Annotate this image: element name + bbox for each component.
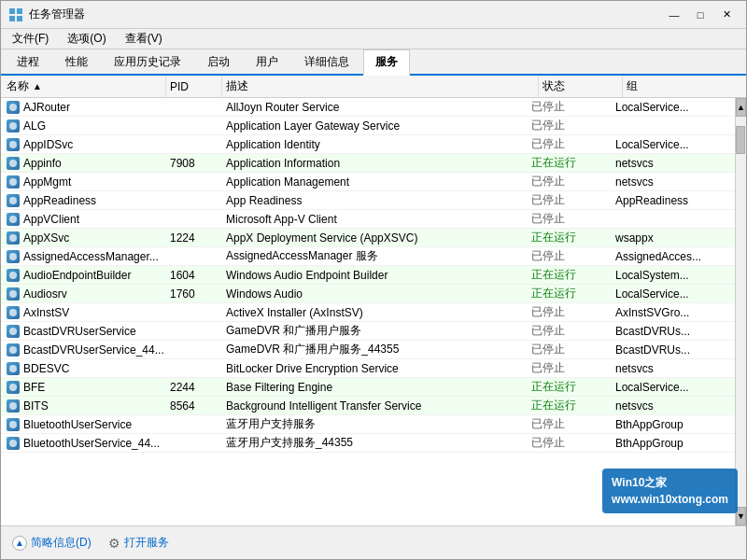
service-icon [7, 269, 20, 282]
table-row[interactable]: ALGApplication Layer Gateway Service已停止 [1, 117, 735, 135]
svg-rect-3 [17, 16, 22, 21]
table-row[interactable]: Audiosrv1760Windows Audio正在运行LocalServic… [1, 285, 735, 303]
window-title: 任务管理器 [29, 7, 85, 22]
table-row[interactable]: AppIDSvcApplication Identity已停止LocalServ… [1, 135, 735, 154]
table-row[interactable]: AppMgmtApplication Management已停止netsvcs [1, 173, 735, 191]
title-bar-left: 任务管理器 [8, 7, 85, 22]
cell-group: LocalSystem... [612, 269, 733, 282]
cell-status: 已停止 [528, 174, 612, 189]
scroll-thumb[interactable] [736, 126, 745, 154]
cell-description: BitLocker Drive Encryption Service [222, 362, 528, 375]
expand-label: 简略信息(D) [31, 535, 92, 551]
cell-group: LocalService... [612, 138, 733, 151]
menu-file[interactable]: 文件(F) [5, 29, 56, 49]
cell-service-name: BFE [3, 381, 166, 394]
services-table-body[interactable]: AJRouterAllJoyn Router Service已停止LocalSe… [1, 98, 735, 525]
cell-status: 已停止 [528, 342, 612, 357]
cell-description: AppX Deployment Service (AppXSVC) [222, 231, 528, 245]
tab-users[interactable]: 用户 [244, 49, 290, 74]
cell-group: AssignedAcces... [612, 250, 733, 263]
cell-service-name: AppIDSvc [3, 138, 166, 151]
table-row[interactable]: BluetoothUserService_44...蓝牙用户支持服务_44355… [1, 434, 735, 453]
cell-status: 已停止 [528, 248, 612, 264]
scroll-up-button[interactable]: ▲ [736, 98, 746, 117]
watermark: Win10之家 www.win10xtong.com [602, 469, 738, 513]
cell-description: Microsoft App-V Client [222, 213, 528, 226]
tab-bar: 进程 性能 应用历史记录 启动 用户 详细信息 服务 [1, 49, 746, 76]
cell-group: wsappx [612, 231, 733, 245]
table-header: 名称 ▲ PID 描述 状态 组 [1, 76, 746, 98]
service-icon [7, 399, 20, 413]
table-row[interactable]: AppVClientMicrosoft App-V Client已停止 [1, 210, 735, 229]
menu-options[interactable]: 选项(O) [60, 29, 113, 49]
cell-status: 正在运行 [528, 155, 612, 171]
table-row[interactable]: BluetoothUserService蓝牙用户支持服务已停止BthAppGro… [1, 415, 735, 434]
cell-service-name: AppMgmt [3, 175, 166, 189]
watermark-line2: www.win10xtong.com [612, 491, 728, 508]
col-status[interactable]: 状态 [539, 76, 623, 97]
cell-status: 已停止 [528, 118, 612, 133]
table-row[interactable]: BDESVCBitLocker Drive Encryption Service… [1, 359, 735, 378]
cell-service-name: Appinfo [3, 157, 166, 170]
tab-app-history[interactable]: 应用历史记录 [102, 49, 193, 74]
service-icon [7, 138, 20, 151]
cell-status: 已停止 [528, 211, 612, 227]
cell-group: netsvcs [612, 399, 733, 413]
cell-status: 已停止 [528, 304, 612, 320]
expand-icon: ▲ [12, 536, 27, 551]
cell-service-name: Audiosrv [3, 287, 166, 301]
col-group[interactable]: 组 [623, 76, 744, 97]
table-row[interactable]: Appinfo7908Application Information正在运行ne… [1, 154, 735, 173]
open-services-button[interactable]: ⚙ 打开服务 [108, 535, 169, 551]
cell-status: 已停止 [528, 99, 612, 115]
cell-group: BcastDVRUs... [612, 325, 733, 338]
table-row[interactable]: BcastDVRUserService_44...GameDVR 和广播用户服务… [1, 341, 735, 359]
cell-service-name: BDESVC [3, 362, 166, 375]
col-pid[interactable]: PID [166, 76, 222, 97]
table-row[interactable]: BITS8564Background Intelligent Transfer … [1, 397, 735, 415]
cell-description: Application Layer Gateway Service [222, 119, 528, 133]
close-button[interactable]: ✕ [714, 6, 739, 24]
col-name[interactable]: 名称 ▲ [3, 76, 166, 97]
svg-rect-0 [9, 8, 15, 14]
cell-description: Application Management [222, 175, 528, 189]
cell-description: Background Intelligent Transfer Service [222, 399, 528, 413]
table-row[interactable]: AppXSvc1224AppX Deployment Service (AppX… [1, 229, 735, 247]
cell-service-name: AxInstSV [3, 306, 166, 319]
tab-processes[interactable]: 进程 [5, 49, 51, 74]
scrollbar[interactable]: ▲ ▼ [735, 98, 746, 525]
table-row[interactable]: AxInstSVActiveX Installer (AxInstSV)已停止A… [1, 303, 735, 322]
menu-bar: 文件(F) 选项(O) 查看(V) [1, 29, 746, 49]
cell-pid: 2244 [166, 381, 222, 394]
cell-service-name: AppVClient [3, 213, 166, 226]
svg-rect-1 [17, 8, 22, 14]
tab-startup[interactable]: 启动 [195, 49, 242, 74]
cell-status: 正在运行 [528, 379, 612, 395]
minimize-button[interactable]: — [662, 6, 686, 24]
table-row[interactable]: AppReadinessApp Readiness已停止AppReadiness [1, 191, 735, 210]
table-row[interactable]: AudioEndpointBuilder1604Windows Audio En… [1, 266, 735, 285]
tab-services[interactable]: 服务 [363, 49, 410, 76]
tab-details[interactable]: 详细信息 [292, 49, 361, 74]
tab-performance[interactable]: 性能 [53, 49, 100, 74]
table-row[interactable]: AJRouterAllJoyn Router Service已停止LocalSe… [1, 98, 735, 117]
table-row[interactable]: BFE2244Base Filtering Engine正在运行LocalSer… [1, 378, 735, 397]
col-desc[interactable]: 描述 [222, 76, 539, 97]
service-icon [7, 194, 20, 207]
cell-status: 已停止 [528, 416, 612, 432]
expand-button[interactable]: ▲ 简略信息(D) [12, 535, 92, 551]
table-wrapper: AJRouterAllJoyn Router Service已停止LocalSe… [1, 98, 746, 525]
service-icon [7, 157, 20, 170]
maximize-button[interactable]: □ [688, 6, 712, 24]
service-icon [7, 325, 20, 338]
menu-view[interactable]: 查看(V) [118, 29, 170, 49]
cell-description: AssignedAccessManager 服务 [222, 248, 528, 264]
cell-description: Application Identity [222, 138, 528, 151]
table-row[interactable]: AssignedAccessManager...AssignedAccessMa… [1, 247, 735, 266]
svg-rect-2 [9, 16, 15, 21]
title-bar: 任务管理器 — □ ✕ [1, 1, 746, 29]
cell-description: ActiveX Installer (AxInstSV) [222, 306, 528, 319]
cell-group: LocalService... [612, 101, 733, 114]
table-row[interactable]: BcastDVRUserServiceGameDVR 和广播用户服务已停止Bca… [1, 322, 735, 341]
cell-status: 正在运行 [528, 267, 612, 283]
